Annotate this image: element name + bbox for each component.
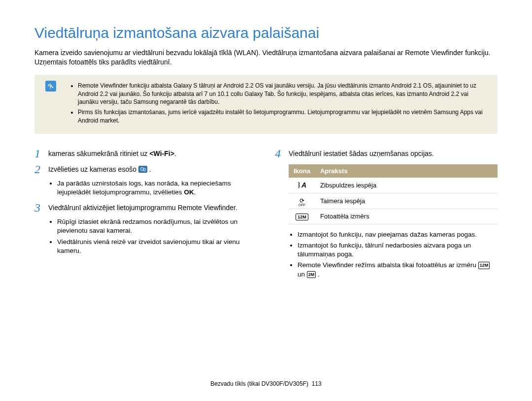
sub-item: Izmantojot šo funkciju, nav pieejamas da… xyxy=(298,230,498,239)
intro-text: Kamera izveido savienojumu ar viedtālrun… xyxy=(34,48,498,67)
step-text: kameras sākumekrānā ritiniet uz xyxy=(48,150,149,157)
sub-text: un xyxy=(298,271,307,278)
flash-icon: A xyxy=(298,181,306,189)
note-item: Pirms šīs funkcijas izmantošanas, jums i… xyxy=(78,108,491,125)
sub-item: Ja parādās uznirstošais logs, kas norāda… xyxy=(57,179,257,197)
step-2: 2 Izvēlieties uz kameras esošo . xyxy=(34,163,257,175)
sub-item: Viedtālrunis vienā reizē var izveidot sa… xyxy=(57,238,257,255)
step-text: Viedtālrunī iestatiet šādas uzņemšanas o… xyxy=(289,148,498,159)
step-number: 1 xyxy=(34,148,48,159)
sub-text: . xyxy=(318,271,320,278)
size-12m-icon: 12M xyxy=(478,262,490,269)
page-footer: Bezvadu tīkls (tikai DV300F/DV305F) 113 xyxy=(0,380,532,387)
table-cell: Fotoattēla izmērs xyxy=(315,209,498,224)
image-size-icon: 12M xyxy=(296,214,308,220)
table-header-desc: Apraksts xyxy=(315,164,498,178)
step-number: 4 xyxy=(275,148,289,159)
table-cell: Zibspuldzes iespēja xyxy=(315,178,498,193)
options-table: Ikona Apraksts A Zibspuldzes iespēja ⟳ T… xyxy=(289,164,498,224)
table-row: ⟳ Taimera iespēja xyxy=(289,193,498,209)
sub-item: Izmantojot šo funkciju, tālrunī nedarbos… xyxy=(298,241,498,259)
sub-item: Rūpīgi izlasiet ekrānā redzamos norādīju… xyxy=(57,217,257,235)
sub-text: Ja parādās uznirstošais logs, kas norāda… xyxy=(57,180,231,196)
step-4: 4 Viedtālrunī iestatiet šādas uzņemšanas… xyxy=(275,148,498,159)
remote-viewfinder-icon xyxy=(138,166,147,173)
left-column: 1 kameras sākumekrānā ritiniet uz <Wi-Fi… xyxy=(34,148,257,284)
sub-text: Remote Viewfinder režīms atbalsta tikai … xyxy=(298,261,478,269)
page-number: 113 xyxy=(312,380,322,387)
step-3: 3 Viedtālrunī aktivizējiet lietojumprogr… xyxy=(34,202,257,214)
step-text: . xyxy=(149,165,151,173)
step-1: 1 kameras sākumekrānā ritiniet uz <Wi-Fi… xyxy=(34,148,257,159)
step-text: Viedtālrunī aktivizējiet lietojumprogram… xyxy=(48,202,257,214)
step-number: 2 xyxy=(34,163,48,175)
info-icon xyxy=(45,81,56,92)
table-cell: Taimera iespēja xyxy=(315,193,498,209)
step-emphasis: <Wi-Fi> xyxy=(149,150,174,157)
table-row: A Zibspuldzes iespēja xyxy=(289,178,498,193)
step-text: . xyxy=(174,150,176,157)
footer-text: Bezvadu tīkls (tikai DV300F/DV305F) xyxy=(210,380,308,387)
size-2m-icon: 2M xyxy=(307,271,316,278)
sub-text: . xyxy=(194,188,196,196)
right-column: 4 Viedtālrunī iestatiet šādas uzņemšanas… xyxy=(275,148,498,284)
note-box: Remote Viewfinder funkciju atbalsta Gala… xyxy=(34,75,498,134)
table-row: 12M Fotoattēla izmērs xyxy=(289,209,498,224)
sub-item: Remote Viewfinder režīms atbalsta tikai … xyxy=(298,261,498,278)
table-header-icon: Ikona xyxy=(289,164,315,178)
note-item: Remote Viewfinder funkciju atbalsta Gala… xyxy=(78,82,491,106)
step-text: Izvēlieties uz kameras esošo xyxy=(48,165,138,173)
page-title: Viedtālruņa izmantošana aizvara palaišan… xyxy=(34,25,498,41)
timer-icon: ⟳ xyxy=(294,197,310,206)
step-number: 3 xyxy=(34,202,48,214)
sub-emphasis: OK xyxy=(184,188,194,196)
